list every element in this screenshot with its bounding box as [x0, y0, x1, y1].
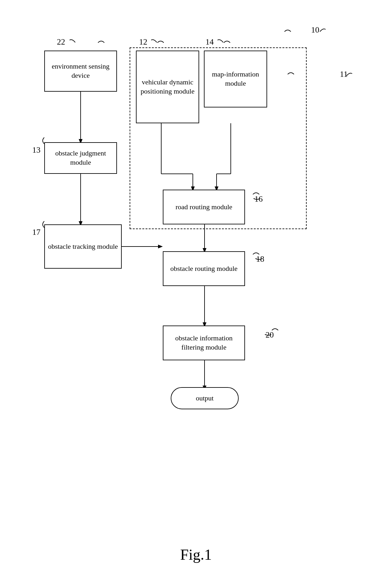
diagram: 10 11 22 environment sensing device 12 v…: [25, 19, 367, 540]
ref20-bracket: [262, 332, 272, 339]
obstacle-routing-box: obstacle routing module: [163, 251, 245, 286]
obstacle-judgment-box: obstacle judgment module: [44, 142, 117, 174]
ref18-bracket: [253, 256, 262, 263]
environment-sensing-box: environment sensing device: [44, 51, 117, 92]
output-box: output: [171, 387, 239, 409]
ref10-bracket: [317, 28, 326, 36]
ref22-label: 22: [57, 37, 65, 47]
ref12-label: 12: [139, 37, 147, 47]
ref13-label: 13: [32, 145, 40, 155]
map-information-box: map-information module: [204, 51, 267, 107]
obstacle-tracking-box: obstacle tracking module: [44, 224, 122, 269]
ref17-label: 17: [32, 228, 40, 237]
obstacle-filtering-box: obstacle information filtering module: [163, 326, 245, 360]
ref12-bracket: [151, 39, 161, 46]
svg-marker-15: [158, 245, 163, 248]
ref11-bracket: [343, 72, 353, 80]
ref14-label: 14: [205, 37, 214, 47]
figure-label: Fig.1: [180, 546, 212, 563]
ref14-bracket: [217, 39, 227, 46]
vehicular-dynamic-box: vehicular dynamic positioning module: [136, 51, 199, 123]
ref16-bracket: [251, 196, 260, 203]
road-routing-box: road routing module: [163, 190, 245, 224]
ref22-bracket: [70, 39, 79, 46]
